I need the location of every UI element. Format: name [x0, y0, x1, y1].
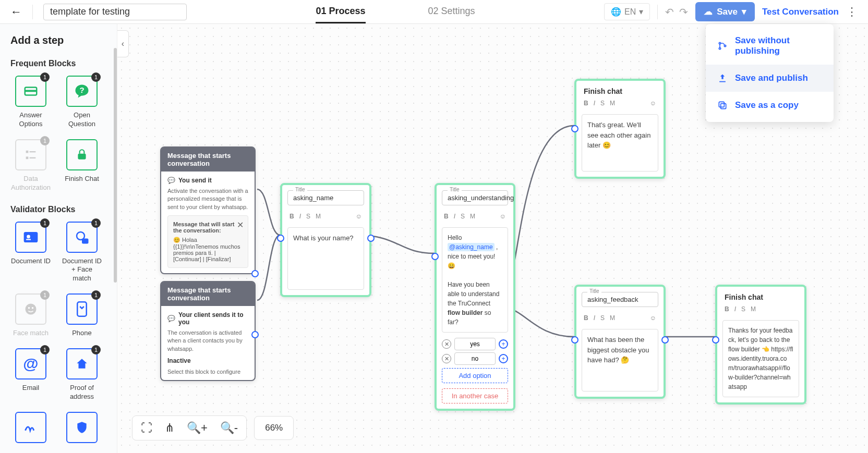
block-open-question[interactable]: 1? Open Question [62, 76, 102, 129]
title-field[interactable]: Title asking_understanding [442, 190, 508, 205]
more-icon[interactable]: ⋮ [846, 5, 858, 19]
italic-icon[interactable]: I [734, 305, 736, 313]
undo-icon[interactable]: ↶ [665, 6, 674, 18]
message-box[interactable]: That's great. We'll see each other again… [582, 114, 658, 172]
node-finish-thanks[interactable]: Finish chat B I S M Thanks for your feed… [715, 285, 806, 405]
emoji-icon[interactable]: ☺ [500, 213, 506, 220]
save-as-copy[interactable]: Save as a copy [706, 92, 834, 119]
scrollbar[interactable] [114, 48, 117, 283]
block-proof-address[interactable]: 1 Proof of address [62, 348, 102, 401]
mono-icon[interactable]: M [610, 314, 615, 322]
bold-icon[interactable]: B [584, 314, 588, 322]
save-and-publish[interactable]: Save and publish [706, 65, 834, 92]
message-box[interactable]: Hello @asking_name , nice to meet you! 😄… [442, 227, 508, 333]
mono-icon[interactable]: M [610, 100, 615, 107]
back-arrow-icon[interactable]: ← [10, 5, 22, 19]
save-without-publishing[interactable]: Save without publishing [706, 27, 834, 65]
fit-view-icon[interactable]: ⛶ [141, 421, 152, 435]
title-value: asking_feedback [587, 296, 638, 303]
block-finish-chat[interactable]: Finish Chat [62, 139, 102, 192]
italic-icon[interactable]: I [299, 213, 301, 220]
bold-icon[interactable]: B [290, 213, 294, 220]
block-email[interactable]: 1@ Email [10, 348, 51, 401]
node-asking-name[interactable]: Title asking_name B I S M ☺ What is your… [280, 183, 371, 297]
delete-option-icon[interactable]: ✕ [442, 354, 451, 363]
node-desc: Activate the conversation with a persona… [167, 187, 248, 211]
svg-rect-11 [30, 157, 36, 158]
port-in[interactable] [571, 125, 578, 132]
connect-icon[interactable]: + [499, 339, 508, 349]
emoji-icon[interactable]: ☺ [650, 314, 656, 322]
italic-icon[interactable]: I [594, 100, 595, 107]
title-label: Title [293, 187, 307, 192]
node-desc: The conversation is activated when a cli… [167, 329, 248, 353]
node-asking-understanding[interactable]: Title asking_understanding B I S M ☺ Hel… [435, 183, 515, 411]
block-phone[interactable]: 1 Phone [62, 293, 102, 338]
port-out[interactable] [367, 235, 375, 242]
collapse-sidebar-button[interactable]: ‹ [117, 30, 129, 57]
option-label[interactable]: yes [454, 338, 496, 350]
port-out[interactable] [251, 331, 259, 338]
delete-option-icon[interactable]: ✕ [442, 339, 451, 349]
strike-icon[interactable]: S [306, 213, 310, 220]
italic-icon[interactable]: I [594, 314, 595, 322]
mono-icon[interactable]: M [751, 305, 756, 313]
svg-rect-8 [26, 151, 29, 153]
port-in[interactable] [431, 253, 439, 260]
tabs: 01 Process 02 Settings [197, 1, 594, 23]
divider [32, 5, 33, 19]
option-label[interactable]: no [454, 352, 496, 365]
tab-process[interactable]: 01 Process [316, 1, 365, 23]
port-out[interactable] [661, 336, 669, 344]
block-extra-2[interactable] [62, 412, 102, 443]
port-in[interactable] [571, 336, 578, 344]
strike-icon[interactable]: S [600, 100, 605, 107]
block-extra-1[interactable] [10, 412, 51, 443]
header: ← 01 Process 02 Settings 🌐 EN ▾ ↶ ↷ ☁ Sa… [0, 0, 868, 24]
share-icon[interactable]: ⋔ [165, 421, 174, 435]
header-right: 🌐 EN ▾ ↶ ↷ ☁ Save ▾ Test Conversation ⋮ [604, 2, 858, 21]
node-start-send[interactable]: Message that starts conversation 💬You se… [160, 146, 256, 274]
save-button[interactable]: ☁ Save ▾ [695, 2, 755, 21]
template-name-input[interactable] [43, 4, 187, 20]
bold-icon[interactable]: B [725, 305, 729, 313]
format-bar: B I S M ☺ [437, 211, 513, 222]
another-case-button[interactable]: In another case [442, 388, 508, 403]
language-selector[interactable]: 🌐 EN ▾ [604, 3, 650, 20]
block-document-id-face[interactable]: 1 Document ID + Face match [62, 222, 102, 284]
zoom-in-icon[interactable]: 🔍+ [187, 421, 208, 435]
node-start-receive[interactable]: Message that starts conversation 💬Your c… [160, 281, 256, 381]
svg-point-2 [724, 45, 726, 46]
strike-icon[interactable]: S [741, 305, 745, 313]
port-in[interactable] [712, 336, 719, 344]
port-in[interactable] [277, 235, 284, 242]
bold-icon[interactable]: B [444, 213, 449, 220]
tab-settings[interactable]: 02 Settings [428, 1, 475, 23]
mono-icon[interactable]: M [470, 213, 475, 220]
zoom-out-icon[interactable]: 🔍- [220, 421, 238, 435]
block-answer-options[interactable]: 1 Answer Options [10, 76, 51, 129]
node-sub: You send it [178, 177, 212, 184]
strike-icon[interactable]: S [461, 213, 465, 220]
add-option-button[interactable]: Add option [442, 368, 508, 383]
test-conversation-link[interactable]: Test Conversation [762, 7, 839, 17]
bold-icon[interactable]: B [584, 100, 588, 107]
port-out[interactable] [251, 270, 259, 277]
emoji-icon[interactable]: ☺ [356, 213, 362, 220]
title-field[interactable]: Title asking_feedback [582, 292, 658, 307]
mono-icon[interactable]: M [316, 213, 321, 220]
title-field[interactable]: Title asking_name [287, 190, 364, 205]
node-finish-great[interactable]: Finish chat B I S M ☺ That's great. We'l… [574, 79, 666, 179]
message-box[interactable]: What has been the biggest obstacle you h… [582, 329, 658, 391]
message-box[interactable]: What is your name? [287, 227, 364, 290]
redo-icon[interactable]: ↷ [679, 6, 688, 18]
strike-icon[interactable]: S [600, 314, 605, 322]
close-icon[interactable]: ✕ [237, 220, 244, 230]
node-asking-feedback[interactable]: Title asking_feedback B I S M ☺ What has… [574, 285, 666, 399]
italic-icon[interactable]: I [454, 213, 455, 220]
svg-rect-12 [78, 154, 86, 160]
block-document-id[interactable]: 1 Document ID [10, 222, 51, 284]
emoji-icon[interactable]: ☺ [650, 100, 656, 107]
message-box[interactable]: Thanks for your feedback, let's go back … [722, 320, 799, 397]
connect-icon[interactable]: + [499, 354, 508, 363]
